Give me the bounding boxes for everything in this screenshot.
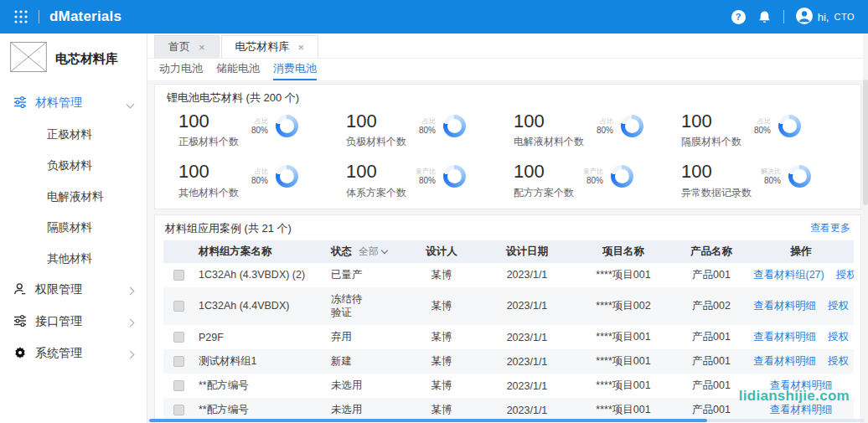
stat-card-system-plan-count: 100 体系方案个数 量产比 80%: [346, 161, 514, 199]
sidebar-item-permission-management[interactable]: 权限管理: [0, 274, 147, 306]
stat-ratio-value: 80%: [749, 126, 771, 135]
tab-label: 电芯材料库: [235, 39, 290, 54]
row-checkbox[interactable]: [173, 332, 184, 343]
help-icon[interactable]: ?: [731, 10, 746, 24]
chevron-right-icon: [127, 287, 135, 296]
cell-project: ****项目001: [572, 263, 674, 287]
donut-chart: [788, 165, 811, 188]
view-material-link[interactable]: 查看材料组(27): [753, 269, 824, 281]
subtab-energy-storage-battery[interactable]: 储能电池: [216, 59, 260, 80]
cell-project: ****项目001: [572, 374, 674, 398]
stat-label: 配方方案个数: [514, 186, 574, 200]
cell-actions: 查看材料组(27)授权: [748, 263, 854, 287]
brand-logo: dMaterials: [49, 8, 121, 25]
close-icon[interactable]: ×: [298, 42, 305, 53]
col-product: 产品名称: [674, 240, 748, 263]
view-more-link[interactable]: 查看更多: [810, 221, 850, 235]
cell-status: 弃用: [326, 325, 401, 349]
stat-card-electrolyte-count: 100 电解液材料个数 占比 80%: [514, 111, 681, 149]
sidebar-item-system-management[interactable]: 系统管理: [0, 338, 147, 369]
table-row: 1C32Ah (4.4VBDX) 冻结待验证 某博 2023/1/1 ****项…: [163, 287, 854, 326]
sidebar-item-anode[interactable]: 负极材料: [0, 150, 147, 181]
row-checkbox[interactable]: [173, 356, 184, 367]
sidebar-item-separator[interactable]: 隔膜材料: [0, 212, 147, 243]
authorize-link[interactable]: 授权: [828, 355, 849, 367]
cell-name: 1C32Ah (4.4VBDX): [194, 287, 326, 326]
stat-ratio-name: 占比: [749, 118, 771, 126]
stat-ratio-value: 80%: [592, 126, 613, 135]
page-tab-bar: 首页 × 电芯材料库 ×: [147, 34, 868, 59]
bell-icon[interactable]: [757, 10, 772, 24]
stat-value: 100: [514, 111, 584, 132]
stat-ratio-name: 占比: [592, 118, 613, 126]
stat-label: 隔膜材料个数: [681, 135, 741, 149]
view-material-link[interactable]: 查看材料明细: [753, 355, 816, 367]
stat-ratio-name: 量产比: [414, 168, 436, 176]
material-submenu: 正极材料 负极材料 电解液材料 隔膜材料 其他材料: [0, 119, 147, 274]
cell-actions: 查看材料明细授权: [748, 349, 854, 374]
stat-label: 负极材料个数: [346, 135, 406, 149]
tab-cell-material-library[interactable]: 电芯材料库 ×: [221, 35, 319, 58]
vertical-scrollbar[interactable]: [863, 34, 868, 423]
stat-card-cathode-count: 100 正极材料个数 占比 80%: [178, 111, 346, 149]
sidebar-item-electrolyte[interactable]: 电解液材料: [0, 181, 147, 212]
tab-label: 首页: [168, 39, 190, 54]
cell-designer: 某博: [401, 325, 482, 349]
horizontal-scrollbar[interactable]: [149, 419, 865, 422]
cell-designer: 某博: [401, 263, 482, 287]
cell-date: 2023/1/1: [482, 374, 572, 398]
avatar-icon: [796, 8, 813, 27]
sliders-icon: [13, 314, 27, 330]
col-status: 状态全部: [326, 240, 401, 263]
donut-chart: [611, 165, 633, 188]
status-filter-dropdown[interactable]: 全部: [359, 245, 379, 257]
tab-home[interactable]: 首页 ×: [154, 35, 220, 58]
main-content: 首页 × 电芯材料库 × 动力电池 储能电池 消费电池 锂电池电芯材料 (共 2…: [147, 34, 868, 423]
donut-chart: [778, 115, 801, 137]
user-role: CTO: [834, 12, 855, 22]
horizontal-scrollbar-thumb[interactable]: [149, 419, 707, 422]
sidebar-item-interface-management[interactable]: 接口管理: [0, 306, 147, 338]
cell-product: 产品001: [674, 263, 748, 287]
cell-status: 已量产: [326, 263, 401, 287]
watermark: lidianshijie.com: [739, 388, 850, 405]
close-icon[interactable]: ×: [199, 42, 205, 53]
app-launcher-grid-icon[interactable]: [13, 9, 28, 24]
sidebar-item-other-material[interactable]: 其他材料: [0, 243, 147, 274]
stat-ratio-value: 80%: [414, 126, 436, 135]
view-material-link[interactable]: 查看材料明细: [753, 300, 816, 312]
cell-actions: 查看材料明细授权: [748, 287, 854, 326]
user-menu[interactable]: hi, CTO: [796, 8, 855, 27]
user-icon: [13, 282, 27, 298]
vertical-scrollbar-thumb[interactable]: [863, 80, 868, 205]
stat-card-formula-plan-count: 100 配方方案个数 量产比 80%: [514, 161, 681, 199]
stat-value: 100: [178, 161, 239, 182]
sidebar-item-material-management[interactable]: 材料管理: [0, 87, 147, 119]
authorize-link[interactable]: 授权: [836, 269, 854, 281]
stat-ratio-name: 解决比: [759, 168, 781, 176]
row-checkbox[interactable]: [173, 301, 184, 312]
authorize-link[interactable]: 授权: [828, 331, 849, 343]
cell-date: 2023/1/1: [482, 263, 572, 287]
donut-chart: [621, 115, 643, 137]
row-checkbox[interactable]: [173, 405, 184, 415]
sidebar-item-cathode[interactable]: 正极材料: [0, 119, 147, 150]
view-material-link[interactable]: 查看材料明细: [770, 404, 833, 415]
cell-product: 产品001: [674, 325, 748, 349]
view-material-link[interactable]: 查看材料明细: [753, 331, 816, 343]
sidebar-item-label: 材料管理: [35, 95, 82, 111]
table-row: P29F 弃用 某博 2023/1/1 ****项目001 产品001 查看材料…: [163, 325, 854, 349]
donut-chart: [276, 165, 298, 188]
stat-ratio-name: 占比: [414, 118, 436, 126]
row-checkbox[interactable]: [173, 380, 184, 391]
chevron-down-icon[interactable]: [381, 246, 388, 253]
image-placeholder-icon: [10, 42, 47, 75]
stat-label: 异常数据记录数: [681, 186, 752, 200]
stat-ratio-value: 80%: [581, 176, 603, 185]
authorize-link[interactable]: 授权: [828, 300, 849, 312]
row-checkbox[interactable]: [173, 270, 184, 281]
app-root: dMaterials ? hi, CTO: [0, 0, 868, 423]
subtab-power-battery[interactable]: 动力电池: [159, 59, 203, 80]
cell-designer: 某博: [401, 287, 482, 326]
subtab-consumer-battery[interactable]: 消费电池: [273, 59, 317, 80]
